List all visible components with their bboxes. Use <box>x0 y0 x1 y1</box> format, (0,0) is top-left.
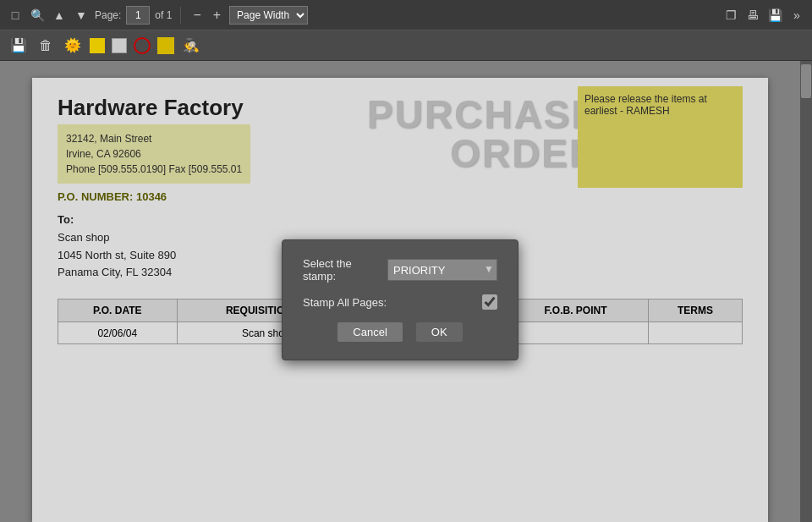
all-pages-checkbox[interactable] <box>482 294 497 310</box>
annotation-toolbar: 💾 🗑 🌞 🕵 <box>0 30 812 61</box>
modal-buttons: Cancel OK <box>303 321 497 343</box>
save-file-icon[interactable]: 💾 <box>8 36 29 56</box>
top-toolbar: □ 🔍 ▲ ▼ Page: of 1 − + Page Width Actual… <box>0 0 812 30</box>
page-total: of 1 <box>155 9 172 21</box>
all-pages-row: Stamp All Pages: <box>303 294 497 310</box>
next-page-icon[interactable]: ▼ <box>73 7 90 24</box>
fullscreen-icon[interactable]: ❐ <box>722 7 739 24</box>
print-icon[interactable]: 🖶 <box>744 7 761 24</box>
sidebar-toggle-icon[interactable]: □ <box>7 7 24 24</box>
main-area: Please release the items at earliest - R… <box>0 61 812 522</box>
scrollbar-thumb[interactable] <box>801 64 811 98</box>
circle-annotation-icon[interactable] <box>134 37 151 54</box>
page-number-input[interactable] <box>126 6 150 25</box>
ok-button[interactable]: OK <box>415 321 464 343</box>
zoom-in-icon[interactable]: + <box>210 8 224 23</box>
cancel-button[interactable]: Cancel <box>337 321 403 343</box>
document-page: Please release the items at earliest - R… <box>32 78 768 522</box>
zoom-out-icon[interactable]: − <box>189 8 204 23</box>
stamp-select[interactable]: PRIORITY APPROVED REJECTED CONFIDENTIAL … <box>387 259 497 281</box>
stamp-icon[interactable]: 🕵 <box>181 36 201 56</box>
search-icon[interactable]: 🔍 <box>29 7 46 24</box>
white-box-icon[interactable] <box>112 38 127 53</box>
color-picker-icon[interactable]: 🌞 <box>63 36 83 56</box>
stamp-select-row: Select the stamp: PRIORITY APPROVED REJE… <box>303 257 497 283</box>
stamp-dialog: Select the stamp: PRIORITY APPROVED REJE… <box>282 239 518 360</box>
delete-icon[interactable]: 🗑 <box>36 36 56 56</box>
modal-overlay: Select the stamp: PRIORITY APPROVED REJE… <box>32 78 768 522</box>
more-icon[interactable]: » <box>788 7 805 24</box>
page-container: Please release the items at earliest - R… <box>0 61 800 522</box>
stamp-select-wrapper[interactable]: PRIORITY APPROVED REJECTED CONFIDENTIAL … <box>387 259 497 281</box>
all-pages-label: Stamp All Pages: <box>303 296 482 309</box>
stamp-select-label: Select the stamp: <box>303 257 387 283</box>
prev-page-icon[interactable]: ▲ <box>51 7 68 24</box>
zoom-select[interactable]: Page Width Actual Size Fit Page 50% 75% … <box>229 6 308 25</box>
separator-1 <box>180 7 181 24</box>
sticky-note-icon[interactable] <box>157 37 174 54</box>
scrollbar[interactable] <box>800 61 812 522</box>
save-icon[interactable]: 💾 <box>766 7 783 24</box>
page-label: Page: <box>95 9 121 21</box>
yellow-highlight-icon[interactable] <box>90 38 105 53</box>
